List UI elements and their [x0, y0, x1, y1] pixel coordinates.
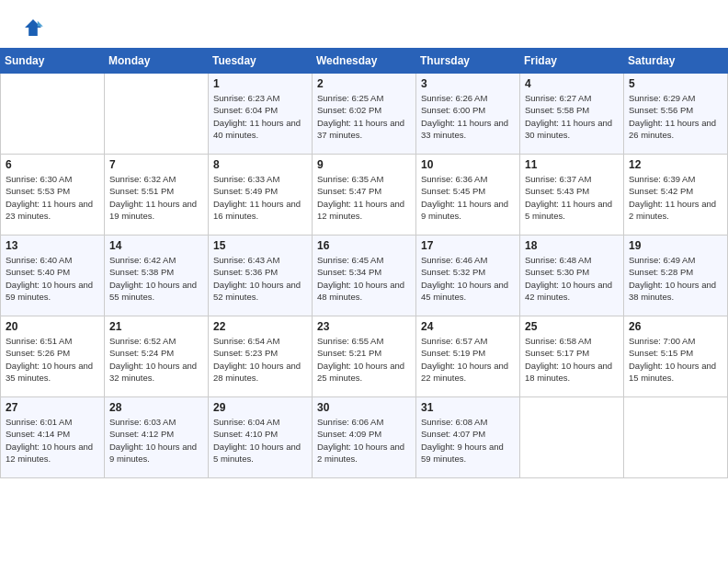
day-number: 19 — [629, 239, 722, 252]
day-number: 10 — [421, 158, 515, 171]
day-number: 27 — [6, 401, 99, 414]
day-cell: 22Sunrise: 6:54 AM Sunset: 5:23 PM Dayli… — [209, 316, 313, 397]
day-cell — [520, 397, 624, 478]
day-number: 20 — [6, 320, 99, 333]
day-number: 16 — [317, 239, 411, 252]
day-number: 23 — [317, 320, 411, 333]
day-number: 11 — [525, 158, 619, 171]
day-info: Sunrise: 6:08 AM Sunset: 4:07 PM Dayligh… — [421, 416, 515, 465]
day-cell — [105, 74, 209, 155]
day-cell: 23Sunrise: 6:55 AM Sunset: 5:21 PM Dayli… — [313, 316, 416, 397]
day-cell: 14Sunrise: 6:42 AM Sunset: 5:38 PM Dayli… — [105, 236, 209, 316]
day-cell: 21Sunrise: 6:52 AM Sunset: 5:24 PM Dayli… — [105, 316, 209, 397]
day-info: Sunrise: 6:33 AM Sunset: 5:49 PM Dayligh… — [213, 173, 307, 222]
day-info: Sunrise: 6:03 AM Sunset: 4:12 PM Dayligh… — [109, 416, 203, 465]
weekday-header-saturday: Saturday — [624, 49, 728, 74]
day-cell: 18Sunrise: 6:48 AM Sunset: 5:30 PM Dayli… — [520, 236, 624, 316]
day-number: 3 — [421, 77, 515, 90]
day-cell: 24Sunrise: 6:57 AM Sunset: 5:19 PM Dayli… — [416, 316, 520, 397]
weekday-header-tuesday: Tuesday — [209, 49, 313, 74]
weekday-header-sunday: Sunday — [1, 49, 105, 74]
day-info: Sunrise: 6:36 AM Sunset: 5:45 PM Dayligh… — [421, 173, 515, 222]
day-number: 28 — [109, 401, 203, 414]
week-row-3: 13Sunrise: 6:40 AM Sunset: 5:40 PM Dayli… — [1, 236, 728, 316]
day-cell: 30Sunrise: 6:06 AM Sunset: 4:09 PM Dayli… — [313, 397, 416, 478]
day-info: Sunrise: 6:58 AM Sunset: 5:17 PM Dayligh… — [525, 335, 619, 384]
weekday-header-thursday: Thursday — [416, 49, 520, 74]
weekday-header-monday: Monday — [105, 49, 209, 74]
weekday-header-wednesday: Wednesday — [313, 49, 416, 74]
day-info: Sunrise: 6:45 AM Sunset: 5:34 PM Dayligh… — [317, 254, 411, 303]
day-number: 21 — [109, 320, 203, 333]
page-header — [0, 0, 728, 48]
logo — [22, 17, 48, 39]
day-number: 4 — [525, 77, 619, 90]
day-cell: 8Sunrise: 6:33 AM Sunset: 5:49 PM Daylig… — [209, 155, 313, 236]
day-cell: 5Sunrise: 6:29 AM Sunset: 5:56 PM Daylig… — [624, 74, 728, 155]
day-cell: 10Sunrise: 6:36 AM Sunset: 5:45 PM Dayli… — [416, 155, 520, 236]
day-info: Sunrise: 6:42 AM Sunset: 5:38 PM Dayligh… — [109, 254, 203, 303]
day-cell: 6Sunrise: 6:30 AM Sunset: 5:53 PM Daylig… — [1, 155, 105, 236]
day-cell: 29Sunrise: 6:04 AM Sunset: 4:10 PM Dayli… — [209, 397, 313, 478]
day-cell: 13Sunrise: 6:40 AM Sunset: 5:40 PM Dayli… — [1, 236, 105, 316]
day-cell: 12Sunrise: 6:39 AM Sunset: 5:42 PM Dayli… — [624, 155, 728, 236]
day-number: 26 — [629, 320, 722, 333]
day-cell: 26Sunrise: 7:00 AM Sunset: 5:15 PM Dayli… — [624, 316, 728, 397]
weekday-header-row: SundayMondayTuesdayWednesdayThursdayFrid… — [1, 49, 728, 74]
day-info: Sunrise: 6:25 AM Sunset: 6:02 PM Dayligh… — [317, 92, 411, 141]
day-info: Sunrise: 6:06 AM Sunset: 4:09 PM Dayligh… — [317, 416, 411, 465]
day-info: Sunrise: 6:35 AM Sunset: 5:47 PM Dayligh… — [317, 173, 411, 222]
day-cell: 3Sunrise: 6:26 AM Sunset: 6:00 PM Daylig… — [416, 74, 520, 155]
day-cell: 4Sunrise: 6:27 AM Sunset: 5:58 PM Daylig… — [520, 74, 624, 155]
day-info: Sunrise: 6:54 AM Sunset: 5:23 PM Dayligh… — [213, 335, 307, 384]
day-info: Sunrise: 6:49 AM Sunset: 5:28 PM Dayligh… — [629, 254, 722, 303]
week-row-4: 20Sunrise: 6:51 AM Sunset: 5:26 PM Dayli… — [1, 316, 728, 397]
day-info: Sunrise: 6:48 AM Sunset: 5:30 PM Dayligh… — [525, 254, 619, 303]
day-number: 30 — [317, 401, 411, 414]
day-number: 31 — [421, 401, 515, 414]
day-info: Sunrise: 6:52 AM Sunset: 5:24 PM Dayligh… — [109, 335, 203, 384]
day-cell: 31Sunrise: 6:08 AM Sunset: 4:07 PM Dayli… — [416, 397, 520, 478]
day-number: 25 — [525, 320, 619, 333]
logo-icon — [22, 17, 44, 39]
day-number: 18 — [525, 239, 619, 252]
weekday-header-friday: Friday — [520, 49, 624, 74]
day-cell: 27Sunrise: 6:01 AM Sunset: 4:14 PM Dayli… — [1, 397, 105, 478]
day-number: 14 — [109, 239, 203, 252]
day-cell — [1, 74, 105, 155]
day-info: Sunrise: 6:51 AM Sunset: 5:26 PM Dayligh… — [6, 335, 99, 384]
day-number: 24 — [421, 320, 515, 333]
day-info: Sunrise: 6:39 AM Sunset: 5:42 PM Dayligh… — [629, 173, 722, 222]
day-info: Sunrise: 7:00 AM Sunset: 5:15 PM Dayligh… — [629, 335, 722, 384]
day-info: Sunrise: 6:43 AM Sunset: 5:36 PM Dayligh… — [213, 254, 307, 303]
day-number: 17 — [421, 239, 515, 252]
day-number: 29 — [213, 401, 307, 414]
day-cell: 16Sunrise: 6:45 AM Sunset: 5:34 PM Dayli… — [313, 236, 416, 316]
week-row-2: 6Sunrise: 6:30 AM Sunset: 5:53 PM Daylig… — [1, 155, 728, 236]
day-cell: 2Sunrise: 6:25 AM Sunset: 6:02 PM Daylig… — [313, 74, 416, 155]
day-cell: 9Sunrise: 6:35 AM Sunset: 5:47 PM Daylig… — [313, 155, 416, 236]
day-number: 13 — [6, 239, 99, 252]
day-number: 12 — [629, 158, 722, 171]
day-cell: 15Sunrise: 6:43 AM Sunset: 5:36 PM Dayli… — [209, 236, 313, 316]
day-info: Sunrise: 6:46 AM Sunset: 5:32 PM Dayligh… — [421, 254, 515, 303]
day-info: Sunrise: 6:30 AM Sunset: 5:53 PM Dayligh… — [6, 173, 99, 222]
day-number: 22 — [213, 320, 307, 333]
day-cell: 28Sunrise: 6:03 AM Sunset: 4:12 PM Dayli… — [105, 397, 209, 478]
day-info: Sunrise: 6:01 AM Sunset: 4:14 PM Dayligh… — [6, 416, 99, 465]
day-number: 2 — [317, 77, 411, 90]
calendar-table: SundayMondayTuesdayWednesdayThursdayFrid… — [0, 48, 728, 478]
day-info: Sunrise: 6:37 AM Sunset: 5:43 PM Dayligh… — [525, 173, 619, 222]
day-info: Sunrise: 6:29 AM Sunset: 5:56 PM Dayligh… — [629, 92, 722, 141]
day-cell: 25Sunrise: 6:58 AM Sunset: 5:17 PM Dayli… — [520, 316, 624, 397]
day-number: 1 — [213, 77, 307, 90]
day-number: 5 — [629, 77, 722, 90]
day-number: 8 — [213, 158, 307, 171]
day-number: 9 — [317, 158, 411, 171]
day-cell: 19Sunrise: 6:49 AM Sunset: 5:28 PM Dayli… — [624, 236, 728, 316]
day-cell: 1Sunrise: 6:23 AM Sunset: 6:04 PM Daylig… — [209, 74, 313, 155]
day-info: Sunrise: 6:40 AM Sunset: 5:40 PM Dayligh… — [6, 254, 99, 303]
day-info: Sunrise: 6:57 AM Sunset: 5:19 PM Dayligh… — [421, 335, 515, 384]
day-cell: 7Sunrise: 6:32 AM Sunset: 5:51 PM Daylig… — [105, 155, 209, 236]
day-cell: 20Sunrise: 6:51 AM Sunset: 5:26 PM Dayli… — [1, 316, 105, 397]
